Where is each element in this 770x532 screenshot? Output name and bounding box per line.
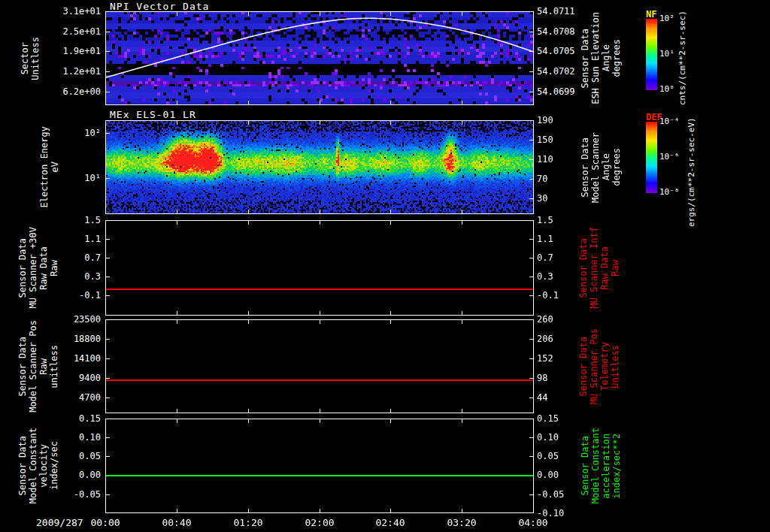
x-tick-mark <box>390 121 391 125</box>
y-axis-label-panel2: Electron EnergyeV <box>36 120 63 214</box>
x-tick-mark <box>248 221 249 225</box>
right-axis-label-line: index/sec**2 <box>612 434 622 499</box>
y-axis-label-panel4: Sensor DataModel Scanner PosRawunitless <box>15 319 62 413</box>
x-tick-mark <box>390 320 391 324</box>
x-tick-mark <box>177 419 177 423</box>
panel-title-els: MEx ELS-01 LR <box>110 109 196 120</box>
x-tick-mark <box>320 12 320 16</box>
y-tick-mark <box>529 179 533 180</box>
right-axis-label-line: degrees <box>612 148 622 186</box>
series-line-panel3 <box>106 289 533 290</box>
x-tick-mark <box>105 12 106 16</box>
right-axis-label-line: degrees <box>612 39 622 77</box>
right-axis-label-line: MU Scanner Intf <box>590 227 599 308</box>
y-tick-mark <box>106 239 110 240</box>
right-axis-label-line: Telemetry <box>600 342 610 391</box>
x-tick-mark <box>462 12 462 16</box>
y-tick-mark <box>106 456 110 457</box>
x-tick-mark <box>462 320 462 324</box>
y-axis-label-line: Model Constant <box>29 428 38 503</box>
date-label: 2009/287 <box>36 517 83 528</box>
y-tick-mark <box>529 11 533 12</box>
els-spectrogram-panel <box>105 120 534 214</box>
x-tick-mark <box>462 409 462 413</box>
x-tick-mark <box>248 419 249 423</box>
def-colorbar-gradient <box>646 122 657 193</box>
nf-colorbar-title: NF <box>646 9 656 20</box>
right-axis-label-line: MU Scanner Pos <box>590 328 599 404</box>
right-axis-label-panel3: Sensor DataMU Scanner IntfRaw DataRaw <box>576 220 623 316</box>
x-tick-mark <box>248 12 249 16</box>
x-tick-mark <box>320 409 320 413</box>
series-line-panel5 <box>106 475 533 476</box>
time-tick-label: 04:00 <box>509 517 557 528</box>
y-tick-mark <box>106 178 110 179</box>
nf-colorbar-units: cnts/(cm**2-sr-sec) <box>678 8 687 105</box>
x-tick-mark <box>533 320 534 324</box>
y-tick-mark <box>529 295 533 296</box>
x-tick-mark <box>533 409 534 413</box>
nf-colorbar-tick: 10¹ <box>659 50 675 59</box>
right-axis-label-panel1: Sensor DataESH Sun ElevationAngledegrees <box>579 11 623 105</box>
y-tick-mark <box>106 133 110 134</box>
y-axis-label-line: Sector <box>20 42 30 74</box>
y-axis-label-panel1: SectorUnitless <box>15 11 45 105</box>
y-axis-label-line: Sensor Data <box>18 238 28 298</box>
x-tick-mark <box>390 221 391 225</box>
x-tick-mark <box>248 320 249 324</box>
x-tick-mark <box>320 101 320 104</box>
x-tick-mark <box>462 101 462 104</box>
nf-colorbar-gradient <box>646 19 657 90</box>
y-tick-mark <box>529 456 533 457</box>
y-axis-label-line: Raw Data <box>39 246 49 290</box>
y-tick-mark <box>106 32 110 32</box>
y-tick-mark <box>529 140 533 141</box>
y-tick-mark <box>106 339 110 340</box>
x-tick-mark <box>177 221 177 225</box>
y-axis-label-panel3: Sensor DataMU Scanner +30VRaw DataRaw <box>15 220 62 316</box>
y-tick-mark <box>529 71 533 72</box>
y-axis-label-panel5: Sensor DataModel Constantvelocityindex/s… <box>15 419 62 513</box>
x-tick-mark <box>462 419 462 423</box>
x-tick-mark <box>105 320 106 324</box>
y-tick-mark <box>529 397 533 398</box>
y-axis-label-line: Sensor Data <box>18 436 28 495</box>
y-tick-mark <box>529 51 533 52</box>
y-tick-mark <box>529 494 533 495</box>
time-tick-label: 02:40 <box>366 517 414 528</box>
x-tick-mark <box>177 509 177 512</box>
y-tick-mark <box>106 277 110 277</box>
y-tick-mark <box>106 494 110 495</box>
x-tick-mark <box>320 221 320 225</box>
nf-colorbar-tick: 10² <box>659 14 675 23</box>
right-axis-label-line: Sensor Data <box>581 436 590 495</box>
x-tick-mark <box>105 509 106 512</box>
panel-title-npi: NPI Vector Data <box>110 1 209 12</box>
y-axis-label-line: unitless <box>50 345 59 388</box>
def-colorbar-units: ergs/(cm**2-sr-sec-eV) <box>687 114 696 227</box>
right-axis-label-line: Sensor Data <box>579 238 589 298</box>
y-tick-mark <box>529 258 533 258</box>
x-tick-mark <box>533 509 534 512</box>
time-tick-label: 01:20 <box>224 517 272 528</box>
x-tick-mark <box>390 311 391 315</box>
mu-scanner-line-panel <box>105 220 534 316</box>
x-tick-mark <box>320 210 320 213</box>
y-tick-mark <box>106 51 110 52</box>
x-tick-mark <box>177 121 177 125</box>
time-tick-label: 00:40 <box>153 517 201 528</box>
x-tick-mark <box>177 12 177 16</box>
y-tick-mark <box>529 120 533 121</box>
y-tick-mark <box>529 32 533 32</box>
x-tick-mark <box>105 311 106 315</box>
def-colorbar-tick: 10⁻⁶ <box>659 153 680 162</box>
x-tick-mark <box>105 121 106 125</box>
x-tick-mark <box>390 101 391 104</box>
y-tick-mark <box>106 11 110 12</box>
y-tick-mark <box>106 71 110 72</box>
right-axis-label-panel5: Sensor DataModel Constantaccelerationind… <box>576 419 626 513</box>
right-axis-label-line: Raw <box>611 260 620 277</box>
x-tick-mark <box>390 12 391 16</box>
x-tick-mark <box>462 509 462 512</box>
x-tick-mark <box>533 210 534 213</box>
